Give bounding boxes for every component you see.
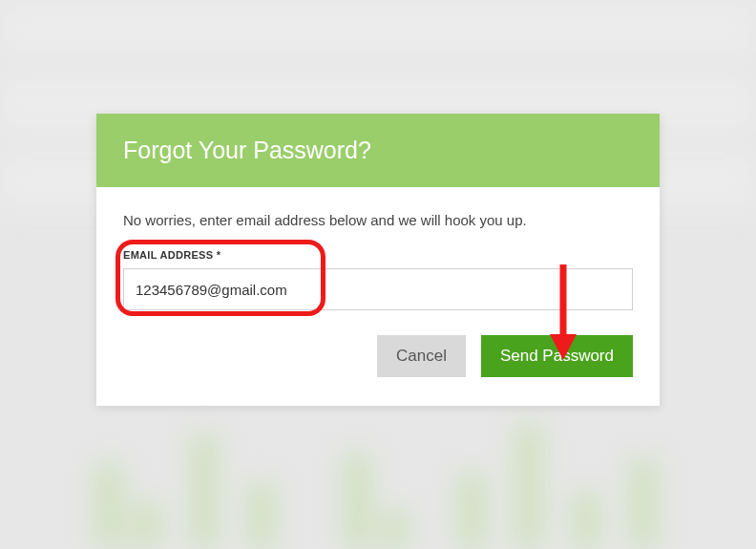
email-field-group: EMAIL ADDRESS * [123,249,633,310]
button-row: Cancel Send Password [123,335,633,377]
email-label: EMAIL ADDRESS * [123,249,633,261]
email-input[interactable] [123,268,633,310]
cancel-button[interactable]: Cancel [377,335,466,377]
modal-body: No worries, enter email address below an… [96,187,660,406]
forgot-password-modal: Forgot Your Password? No worries, enter … [96,114,660,406]
modal-subtitle: No worries, enter email address below an… [123,212,633,228]
modal-title: Forgot Your Password? [123,137,633,164]
send-password-button[interactable]: Send Password [481,335,633,377]
modal-header: Forgot Your Password? [96,114,660,187]
